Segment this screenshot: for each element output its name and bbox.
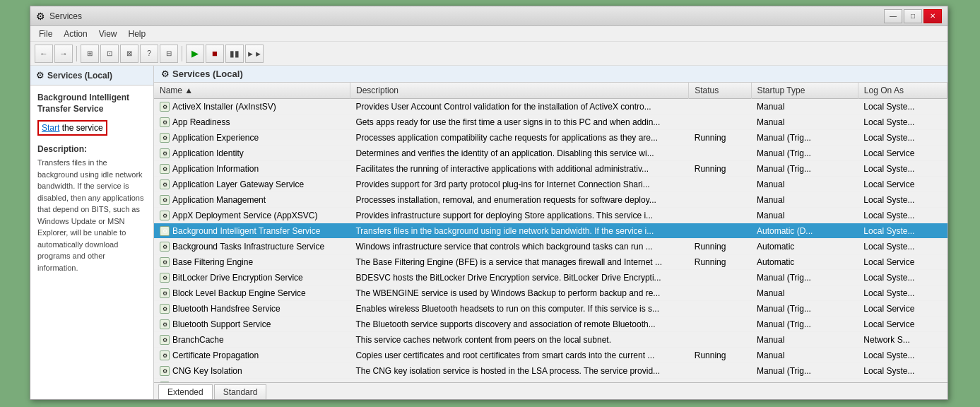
service-name-cell: ⚙BitLocker Drive Encryption Service bbox=[154, 270, 350, 285]
table-row[interactable]: ⚙Application ExperienceProcesses applica… bbox=[154, 130, 947, 146]
menu-action[interactable]: Action bbox=[58, 28, 93, 40]
services-table-container[interactable]: Name ▲ Description Status Startup Type L… bbox=[154, 83, 947, 382]
col-header-description[interactable]: Description bbox=[350, 83, 688, 99]
pause-service-button[interactable]: ▮▮ bbox=[225, 45, 244, 63]
service-logon-cell: Local Syste... bbox=[858, 223, 947, 239]
service-logon-cell: Local Syste... bbox=[858, 348, 947, 363]
service-name-cell: ⚙Bluetooth Support Service bbox=[154, 317, 350, 332]
service-status-cell bbox=[689, 146, 751, 161]
service-description-cell: Provides support for 3rd party protocol … bbox=[350, 177, 688, 192]
service-status-cell: Running bbox=[689, 130, 751, 146]
service-description-cell: The Bluetooth service supports discovery… bbox=[350, 317, 688, 332]
table-row[interactable]: ⚙Application Layer Gateway ServiceProvid… bbox=[154, 177, 947, 192]
service-logon-cell: Local Service bbox=[858, 254, 947, 270]
service-icon: ⚙ bbox=[160, 179, 170, 189]
restore-button[interactable]: □ bbox=[904, 9, 922, 23]
service-name-cell: ⚙CNG Key Isolation bbox=[154, 363, 350, 379]
bottom-tabs: Extended Standard bbox=[154, 382, 947, 399]
service-status-cell: Running bbox=[689, 254, 751, 270]
table-row[interactable]: ⚙Background Intelligent Transfer Service… bbox=[154, 223, 947, 239]
table-row[interactable]: ⚙Bluetooth Support ServiceThe Bluetooth … bbox=[154, 317, 947, 332]
service-icon: ⚙ bbox=[160, 226, 170, 236]
service-status-cell bbox=[689, 285, 751, 301]
table-row[interactable]: ⚙Certificate PropagationCopies user cert… bbox=[154, 348, 947, 363]
service-icon: ⚙ bbox=[160, 273, 170, 283]
toolbar: ← → ⊞ ⊡ ⊠ ? ⊟ ▶ ■ ▮▮ ►► bbox=[30, 42, 947, 66]
left-panel-header-text: Services (Local) bbox=[47, 71, 112, 81]
toolbar-separator-2 bbox=[182, 46, 182, 61]
service-description-cell: Processes application compatibility cach… bbox=[350, 130, 688, 146]
table-row[interactable]: ⚙Base Filtering EngineThe Base Filtering… bbox=[154, 254, 947, 270]
col-header-startup[interactable]: Startup Type bbox=[751, 83, 858, 99]
window-icon: ⚙ bbox=[36, 11, 45, 22]
menu-help[interactable]: Help bbox=[123, 28, 152, 40]
table-row[interactable]: ⚙Bluetooth Handsfree ServiceEnables wire… bbox=[154, 301, 947, 317]
start-service-button[interactable]: ▶ bbox=[186, 45, 204, 63]
service-logon-cell: Local Syste... bbox=[858, 99, 947, 114]
show-hide-console-button[interactable]: ⊞ bbox=[81, 45, 99, 63]
start-suffix: the service bbox=[59, 123, 102, 133]
right-panel-header-text: Services (Local) bbox=[172, 69, 243, 79]
start-link[interactable]: Start bbox=[42, 123, 59, 133]
menu-bar: File Action View Help bbox=[30, 26, 947, 42]
title-bar: ⚙ Services — □ ✕ bbox=[30, 6, 947, 26]
stop-service-button[interactable]: ■ bbox=[206, 45, 224, 63]
service-name-text: Application Information bbox=[172, 164, 259, 174]
col-header-name[interactable]: Name ▲ bbox=[154, 83, 350, 99]
left-panel-header: ⚙ Services (Local) bbox=[30, 66, 153, 85]
service-startup-cell: Manual bbox=[751, 114, 858, 130]
minimize-button[interactable]: — bbox=[884, 9, 902, 23]
col-header-status[interactable]: Status bbox=[689, 83, 751, 99]
title-bar-buttons: — □ ✕ bbox=[884, 9, 942, 23]
table-row[interactable]: ⚙Application InformationFacilitates the … bbox=[154, 161, 947, 177]
table-row[interactable]: ⚙BranchCacheThis service caches network … bbox=[154, 332, 947, 348]
restart-service-button[interactable]: ►► bbox=[245, 45, 264, 63]
service-name-text: Base Filtering Engine bbox=[172, 257, 253, 267]
table-row[interactable]: ⚙ActiveX Installer (AxInstSV)Provides Us… bbox=[154, 99, 947, 114]
service-logon-cell: Network S... bbox=[858, 332, 947, 348]
close-button[interactable]: ✕ bbox=[923, 9, 942, 23]
left-panel-body: Background Intelligent Transfer Service … bbox=[30, 85, 153, 399]
service-name-cell: ⚙Application Experience bbox=[154, 130, 350, 146]
table-row[interactable]: ⚙CNG Key IsolationThe CNG key isolation … bbox=[154, 363, 947, 379]
tab-extended[interactable]: Extended bbox=[158, 384, 213, 399]
service-logon-cell: Local Syste... bbox=[858, 285, 947, 301]
menu-file[interactable]: File bbox=[33, 28, 58, 40]
properties-button[interactable]: ⊟ bbox=[160, 45, 178, 63]
table-row[interactable]: ⚙App ReadinessGets apps ready for use th… bbox=[154, 114, 947, 130]
table-row[interactable]: ⚙Background Tasks Infrastructure Service… bbox=[154, 239, 947, 254]
table-row[interactable]: ⚙Application IdentityDetermines and veri… bbox=[154, 146, 947, 161]
service-startup-cell: Manual bbox=[751, 285, 858, 301]
table-row[interactable]: ⚙Application ManagementProcesses install… bbox=[154, 192, 947, 208]
service-name-text: Certificate Propagation bbox=[172, 350, 259, 360]
toolbar-separator-1 bbox=[76, 46, 77, 61]
service-logon-cell: Local Syste... bbox=[858, 130, 947, 146]
service-startup-cell: Manual bbox=[751, 99, 858, 114]
service-icon: ⚙ bbox=[160, 102, 170, 112]
table-row[interactable]: ⚙BitLocker Drive Encryption ServiceBDESV… bbox=[154, 270, 947, 285]
table-row[interactable]: ⚙AppX Deployment Service (AppXSVC)Provid… bbox=[154, 208, 947, 223]
service-name-text: Block Level Backup Engine Service bbox=[172, 288, 306, 298]
service-name-cell: ⚙Block Level Backup Engine Service bbox=[154, 285, 350, 301]
help-button[interactable]: ? bbox=[140, 45, 158, 63]
export-button[interactable]: ⊠ bbox=[120, 45, 138, 63]
forward-button[interactable]: → bbox=[54, 45, 73, 63]
service-name-text: Bluetooth Handsfree Service bbox=[172, 304, 281, 314]
service-status-cell bbox=[689, 177, 751, 192]
back-button[interactable]: ← bbox=[35, 45, 53, 63]
service-description-cell: The CNG key isolation service is hosted … bbox=[350, 363, 688, 379]
service-icon: ⚙ bbox=[160, 133, 170, 143]
service-icon: ⚙ bbox=[160, 366, 170, 376]
new-window-button[interactable]: ⊡ bbox=[100, 45, 119, 63]
service-status-cell bbox=[689, 332, 751, 348]
service-logon-cell: Local Syste... bbox=[858, 239, 947, 254]
service-description-cell: The WBENGINE service is used by Windows … bbox=[350, 285, 688, 301]
menu-view[interactable]: View bbox=[93, 28, 123, 40]
description-text: Transfers files in the background using … bbox=[37, 157, 146, 273]
selected-service-title: Background Intelligent Transfer Service bbox=[37, 93, 146, 114]
service-startup-cell: Manual (Trig... bbox=[751, 130, 858, 146]
table-row[interactable]: ⚙Block Level Backup Engine ServiceThe WB… bbox=[154, 285, 947, 301]
left-panel: ⚙ Services (Local) Background Intelligen… bbox=[30, 66, 154, 399]
col-header-logon[interactable]: Log On As bbox=[858, 83, 947, 99]
tab-standard[interactable]: Standard bbox=[214, 384, 267, 399]
